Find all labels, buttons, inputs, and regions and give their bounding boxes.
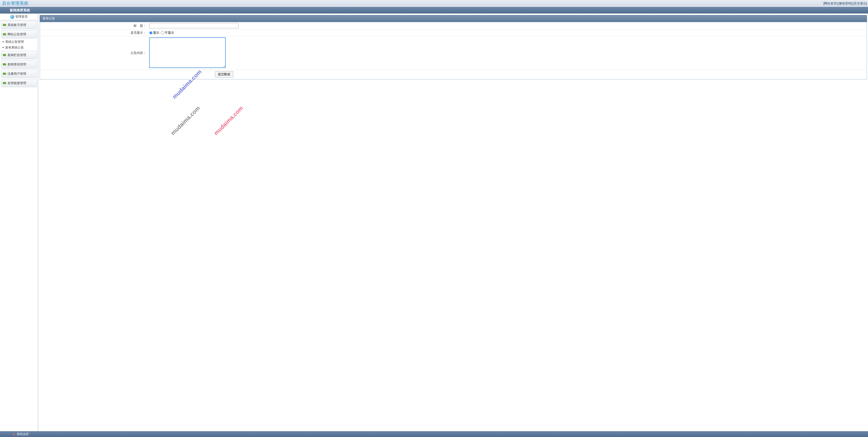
arrow-icon xyxy=(3,63,6,66)
radio-label-no: 不显示 xyxy=(165,31,174,35)
sidebar-sub-label: 发布系统公告 xyxy=(5,46,24,50)
sidebar-item-label: 新闻栏目管理 xyxy=(7,53,26,57)
sidebar-item-register-user[interactable]: 注册用户管理 xyxy=(1,69,37,78)
link-safe-logout[interactable]: [安全退出] xyxy=(853,1,867,6)
close-left-panel[interactable]: ◆ 关闭左栏 xyxy=(13,432,29,436)
radio-label-yes: 显示 xyxy=(153,31,159,35)
watermark: mudaima.com xyxy=(169,105,201,137)
arrow-icon xyxy=(3,33,6,36)
content-area: 发布公告 标 题： 是否显示： xyxy=(38,13,868,431)
footer: ◆ 关闭左栏 xyxy=(0,431,868,437)
sub-header: 新闻推荐系统 xyxy=(0,7,868,13)
sidebar-item-label: 注册用户管理 xyxy=(7,71,26,76)
sidebar-item-label: 友情链接管理 xyxy=(7,81,26,85)
sidebar-item-label: 新闻资讯管理 xyxy=(7,62,26,67)
sidebar-home-label: 管理首页 xyxy=(15,14,28,19)
close-left-label: 关闭左栏 xyxy=(17,432,29,436)
sidebar-item-announcement[interactable]: 网站公告管理 xyxy=(1,30,37,38)
label-show: 是否显示： xyxy=(40,30,148,36)
system-title: 新闻推荐系统 xyxy=(10,8,30,13)
input-title[interactable] xyxy=(149,23,239,28)
radio-show-no[interactable] xyxy=(161,31,164,34)
radio-show-no-wrap[interactable]: 不显示 xyxy=(161,31,174,35)
label-content: 公告内容： xyxy=(40,36,148,70)
arrow-icon xyxy=(3,54,6,57)
sidebar-sub-label: 系统公告管理 xyxy=(5,40,24,44)
panel-body: 标 题： 是否显示： 显示 xyxy=(40,22,867,79)
watermark: mudaima.com xyxy=(213,105,244,137)
radio-show-yes-wrap[interactable]: 显示 xyxy=(149,31,159,35)
radio-group-show: 显示 不显示 xyxy=(149,31,865,35)
globe-icon xyxy=(10,15,14,19)
sidebar-item-account[interactable]: 系统账号管理 xyxy=(1,21,37,29)
panel-header: 发布公告 xyxy=(40,15,867,22)
sidebar-home[interactable]: 管理首页 xyxy=(0,13,38,20)
arrow-icon xyxy=(3,82,6,85)
sidebar-sub-publish-announce[interactable]: 发布系统公告 xyxy=(0,45,38,50)
textarea-content[interactable] xyxy=(149,37,226,68)
sidebar-sub-sys-announce[interactable]: 系统公告管理 xyxy=(0,39,38,45)
sidebar-item-label: 系统账号管理 xyxy=(7,23,26,27)
arrow-icon xyxy=(3,23,6,26)
arrow-icon xyxy=(3,72,6,75)
sidebar-item-friend-link[interactable]: 友情链接管理 xyxy=(1,79,37,87)
link-change-password[interactable]: [修改密码] xyxy=(838,1,852,6)
label-title: 标 题： xyxy=(40,22,148,30)
panel-title: 发布公告 xyxy=(42,17,55,20)
radio-show-yes[interactable] xyxy=(149,31,153,34)
sidebar-item-news-column[interactable]: 新闻栏目管理 xyxy=(1,51,37,59)
sidebar-item-news-info[interactable]: 新闻资讯管理 xyxy=(1,60,37,68)
top-header: 后台管理系统 [网站首页] [修改密码] [安全退出] xyxy=(0,0,868,7)
top-links: [网站首页] [修改密码] [安全退出] xyxy=(824,1,867,6)
submit-button[interactable]: 提交数据 xyxy=(215,71,233,78)
sidebar-item-label: 网站公告管理 xyxy=(7,32,26,37)
sidebar: 管理首页 系统账号管理 网站公告管理 系统公告管理 发布系统公告 xyxy=(0,13,38,431)
close-marker-icon: ◆ xyxy=(13,433,15,436)
logo-text: 后台管理系统 xyxy=(1,1,29,6)
link-website-home[interactable]: [网站首页] xyxy=(824,1,838,6)
